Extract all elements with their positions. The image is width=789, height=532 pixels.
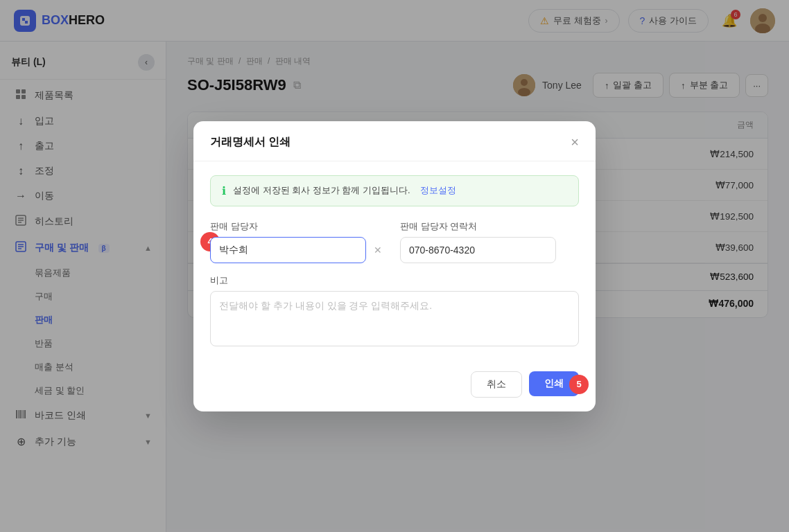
form-row-fields: 판매 담당자 ✕ 판매 담당자 연락처 [210, 220, 579, 263]
info-text: 설정에 저장된 회사 정보가 함께 기입됩니다. [233, 184, 410, 197]
print-button-wrapper: 5 인쇄 [529, 371, 579, 398]
modal-title: 거래명세서 인쇄 [210, 135, 291, 150]
info-banner: ℹ 설정에 저장된 회사 정보가 함께 기입됩니다. 정보설정 [210, 175, 579, 206]
modal-body: ℹ 설정에 저장된 회사 정보가 함께 기입됩니다. 정보설정 4 판매 담당자… [193, 161, 596, 360]
note-label: 비고 [210, 274, 579, 287]
info-link[interactable]: 정보설정 [420, 184, 456, 197]
step-5-badge: 5 [569, 375, 589, 394]
note-field-group: 비고 [210, 274, 579, 346]
seller-contact-input[interactable] [400, 237, 556, 263]
modal-overlay[interactable]: 거래명세서 인쇄 × ℹ 설정에 저장된 회사 정보가 함께 기입됩니다. 정보… [0, 0, 789, 532]
seller-contact-field-group: 판매 담당자 연락처 [400, 220, 579, 263]
seller-field-group: 판매 담당자 ✕ [210, 220, 389, 263]
note-textarea[interactable] [210, 291, 579, 346]
seller-input[interactable] [210, 237, 366, 263]
seller-clear-button[interactable]: ✕ [374, 245, 382, 256]
cancel-button[interactable]: 취소 [471, 371, 522, 398]
seller-contact-label: 판매 담당자 연락처 [400, 220, 579, 233]
modal-header: 거래명세서 인쇄 × [193, 121, 596, 161]
info-icon: ℹ [222, 184, 226, 197]
print-modal: 거래명세서 인쇄 × ℹ 설정에 저장된 회사 정보가 함께 기입됩니다. 정보… [193, 121, 596, 411]
seller-label: 판매 담당자 [210, 220, 389, 233]
seller-contact-input-wrapper [400, 237, 579, 263]
seller-input-wrapper: ✕ [210, 237, 389, 263]
modal-close-button[interactable]: × [571, 135, 579, 149]
form-row-wrapper: 4 판매 담당자 ✕ 판매 담당자 연락처 [210, 220, 579, 263]
modal-footer: 취소 5 인쇄 [193, 360, 596, 411]
